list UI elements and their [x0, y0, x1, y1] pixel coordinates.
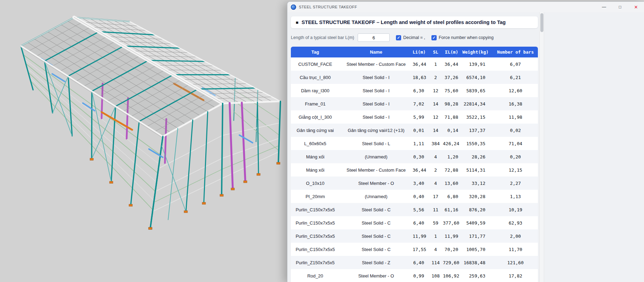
cell-bars: 0,20 — [493, 150, 538, 163]
scrollbar-thumb[interactable] — [540, 13, 543, 32]
cell-suml: 61,16 — [443, 203, 462, 216]
settings-row: Length of a typical steel bar L(m) Decim… — [291, 33, 538, 42]
cell-tag: Frame_01 — [291, 97, 340, 110]
window-titlebar[interactable]: STEEL STRUCTURE TAKEOFF — □ ✕ — [287, 2, 644, 12]
table-row[interactable]: L_60x60x5 Steel Solid - L 1,11 384 426,2… — [291, 137, 538, 150]
cell-suml: 75,60 — [443, 84, 462, 97]
table-row[interactable]: Cầu trục_I_800 Steel Solid - I 18,63 2 3… — [291, 71, 538, 84]
cell-tag: Giằng cột_I_300 — [291, 110, 340, 124]
cell-name: (Unnamed) — [340, 190, 413, 203]
cell-weight: 139,91 — [462, 57, 493, 71]
cell-tag: O_10x10 — [291, 177, 340, 190]
window-title: STEEL STRUCTURE TAKEOFF — [299, 5, 357, 9]
cell-li: 6,40 — [413, 216, 428, 229]
cell-tag: Máng xối — [291, 150, 340, 163]
cell-suml: 36,44 — [443, 57, 462, 71]
cell-weight: 259,63 — [462, 269, 493, 282]
table-row[interactable]: Purlin_C150x7x5x5 Steel Solid - C 5,56 1… — [291, 203, 538, 216]
cell-suml: 37,26 — [443, 71, 462, 84]
cell-tag: Purlin_C150x7x5x5 — [291, 229, 340, 243]
cell-bars: 62,93 — [493, 216, 538, 229]
col-header-li[interactable]: Li(m) — [413, 47, 428, 57]
table-row[interactable]: O_10x10 Steel Member - O 3,40 4 13,60 33… — [291, 177, 538, 190]
col-header-weight[interactable]: Weight(kg) — [462, 47, 493, 57]
cell-weight: 16838,48 — [462, 256, 493, 269]
cell-suml: 98,28 — [443, 97, 462, 110]
table-row[interactable]: CUSTOM_FACE Steel Member - Custom Face 3… — [291, 57, 538, 71]
cell-name: (Unnamed) — [340, 150, 413, 163]
force-number-checkbox[interactable] — [431, 35, 437, 40]
bar-length-label: Length of a typical steel bar L(m) — [291, 35, 354, 40]
cell-weight: 22814,34 — [462, 97, 493, 110]
cell-li: 0,01 — [413, 124, 428, 137]
cell-tag: Purlin_C150x7x5x5 — [291, 216, 340, 229]
takeoff-table: Tag Name Li(m) SL ΣL(m) Weight(kg) Numbe… — [291, 47, 538, 282]
table-row[interactable]: Purlin_C150x7x5x5 Steel Solid - C 6,40 5… — [291, 216, 538, 229]
decimal-checkbox[interactable] — [396, 35, 401, 40]
table-row[interactable]: Gân tăng cứng vai Gân tăng cứng vai#12 (… — [291, 124, 538, 137]
table-row[interactable]: Purlin_C150x7x5x5 Steel Solid - C 17,55 … — [291, 243, 538, 256]
table-row[interactable]: Frame_01 Steel Solid - I 7,02 14 98,28 2… — [291, 97, 538, 110]
cell-sl: 2 — [428, 163, 443, 177]
cell-bars: 2,00 — [493, 229, 538, 243]
cell-tag: Gân tăng cứng vai — [291, 124, 340, 137]
vertical-scrollbar[interactable] — [539, 12, 544, 282]
minimize-button[interactable]: — — [596, 2, 612, 12]
col-header-suml[interactable]: ΣL(m) — [443, 47, 462, 57]
cell-tag: L_60x60x5 — [291, 137, 340, 150]
table-row[interactable]: Purlin_C150x7x5x5 Steel Solid - C 11,99 … — [291, 229, 538, 243]
close-button[interactable]: ✕ — [628, 2, 644, 12]
cell-suml: 426,24 — [443, 137, 462, 150]
cell-suml: 70,20 — [443, 243, 462, 256]
cell-weight: 33,12 — [462, 177, 493, 190]
minimize-icon: — — [602, 5, 606, 9]
col-header-sl[interactable]: SL — [428, 47, 443, 57]
content-column: ■ STEEL STRUCTURE TAKEOFF – Length and w… — [291, 12, 538, 282]
cell-bars: 2,27 — [493, 177, 538, 190]
cell-sl: 1 — [428, 229, 443, 243]
cell-sl: 4 — [428, 243, 443, 256]
table-row[interactable]: Máng xối (Unnamed) 0,30 4 1,20 28,26 0,2… — [291, 150, 538, 163]
cell-name: Steel Member - O — [340, 177, 413, 190]
cell-tag: Purlin_C150x7x5x5 — [291, 203, 340, 216]
3d-viewport[interactable] — [0, 0, 289, 282]
table-row[interactable]: PI_20mm (Unnamed) 0,40 17 6,80 320,28 1,… — [291, 190, 538, 203]
cell-li: 0,40 — [413, 190, 428, 203]
cell-bars: 0,02 — [493, 124, 538, 137]
cell-name: Steel Solid - I — [340, 71, 413, 84]
cell-li: 3,40 — [413, 177, 428, 190]
cell-tag: Purlin_C150x7x5x5 — [291, 243, 340, 256]
table-row[interactable]: Dầm ray_I300 Steel Solid - I 6,30 12 75,… — [291, 84, 538, 97]
force-number-checkbox-group: Force number when copying — [431, 35, 494, 40]
cell-bars: 17,82 — [493, 269, 538, 282]
cell-weight: 876,20 — [462, 203, 493, 216]
cell-weight: 320,28 — [462, 190, 493, 203]
force-number-checkbox-label: Force number when copying — [439, 35, 494, 40]
cell-name: Steel Member - Custom Face — [340, 57, 413, 71]
cell-bars: 6,21 — [493, 71, 538, 84]
cell-weight: 6574,10 — [462, 71, 493, 84]
table-row[interactable]: Giằng cột_I_300 Steel Solid - I 5,99 12 … — [291, 110, 538, 124]
table-row[interactable]: Máng xối Steel Member - Custom Face 36,4… — [291, 163, 538, 177]
decimal-checkbox-label: Decimal = , — [403, 35, 425, 40]
takeoff-window: STEEL STRUCTURE TAKEOFF — □ ✕ ■ STEEL ST… — [287, 1, 644, 282]
close-icon: ✕ — [634, 5, 638, 10]
bar-length-input[interactable] — [358, 33, 390, 42]
cell-weight: 171,77 — [462, 229, 493, 243]
table-row[interactable]: Rod_20 Steel Member - O 0,99 108 106,92 … — [291, 269, 538, 282]
cell-name: Steel Solid - L — [340, 137, 413, 150]
col-header-tag[interactable]: Tag — [291, 47, 340, 57]
cell-tag: Cầu trục_I_800 — [291, 71, 340, 84]
table-row[interactable]: Purlin_Z150x7x5x5 Steel Solid - Z 6,40 1… — [291, 256, 538, 269]
col-header-name[interactable]: Name — [340, 47, 413, 57]
maximize-icon: □ — [619, 5, 621, 9]
cell-li: 18,63 — [413, 71, 428, 84]
cell-li: 17,55 — [413, 243, 428, 256]
maximize-button[interactable]: □ — [612, 2, 628, 12]
col-header-bars[interactable]: Number of bars — [493, 47, 538, 57]
cell-weight: 1550,35 — [462, 137, 493, 150]
cell-sl: 11 — [428, 203, 443, 216]
cell-name: Steel Solid - C — [340, 243, 413, 256]
cell-bars: 6,07 — [493, 57, 538, 71]
screen: STEEL STRUCTURE TAKEOFF — □ ✕ ■ STEEL ST… — [0, 0, 644, 282]
